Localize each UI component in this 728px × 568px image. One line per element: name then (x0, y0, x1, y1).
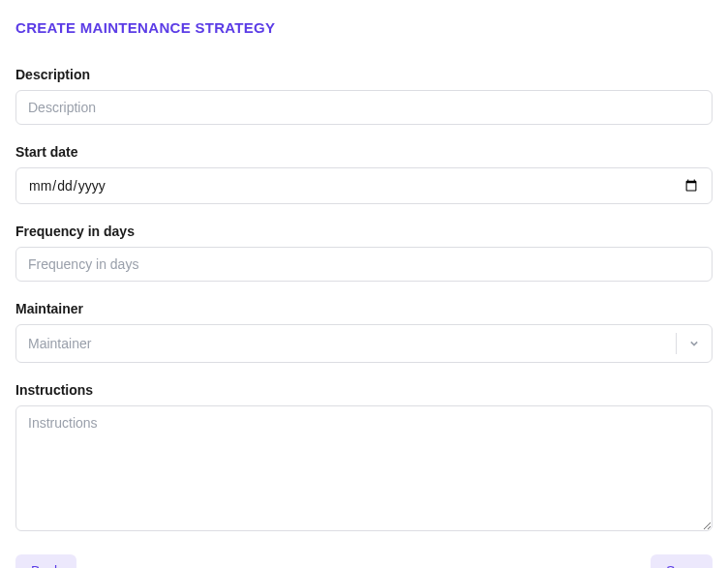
frequency-label: Frequency in days (15, 224, 713, 239)
button-row: Back Save (15, 554, 713, 568)
description-input[interactable] (15, 90, 713, 125)
start-date-label: Start date (15, 144, 713, 160)
maintainer-select[interactable]: Maintainer (15, 324, 713, 363)
instructions-group: Instructions (15, 382, 713, 535)
frequency-input[interactable] (15, 247, 713, 282)
maintainer-label: Maintainer (15, 301, 713, 316)
select-indicator (677, 325, 712, 362)
instructions-textarea[interactable] (15, 405, 713, 531)
description-group: Description (15, 67, 713, 125)
description-label: Description (15, 67, 713, 82)
maintainer-select-placeholder: Maintainer (16, 325, 676, 362)
page-title: CREATE MAINTENANCE STRATEGY (15, 19, 713, 36)
maintainer-group: Maintainer Maintainer (15, 301, 713, 363)
start-date-group: Start date (15, 144, 713, 204)
start-date-input[interactable] (15, 167, 713, 204)
chevron-down-icon (686, 336, 702, 351)
frequency-group: Frequency in days (15, 224, 713, 282)
instructions-label: Instructions (15, 382, 713, 398)
save-button[interactable]: Save (651, 554, 713, 568)
back-button[interactable]: Back (15, 554, 76, 568)
start-date-wrapper (15, 167, 713, 204)
